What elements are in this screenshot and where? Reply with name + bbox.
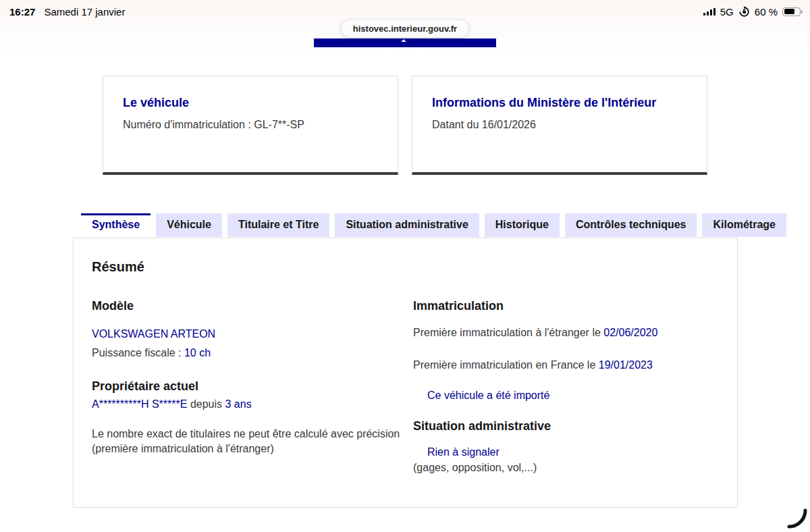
owner-masked-name: A**********H S*****E <box>92 398 187 410</box>
date-label: Samedi 17 janvier <box>44 6 125 18</box>
owner-since-label: depuis <box>190 398 222 410</box>
first-foreign-registration-line: Première immatriculation à l'étranger le… <box>413 327 717 339</box>
admin-status-heading: Situation administrative <box>413 419 717 433</box>
status-bar: 16:27 Samedi 17 janvier 5G 60 % <box>0 0 810 20</box>
ministry-info-card: Informations du Ministère de l'Intérieur… <box>412 76 707 175</box>
ministry-info-card-title: Informations du Ministère de l'Intérieur <box>432 96 688 110</box>
battery-icon <box>782 7 801 16</box>
tab-titulaire-et-titre[interactable]: Titulaire et Titre <box>227 213 329 237</box>
synthese-panel: Résumé Modèle VOLKSWAGEN ARTEON Puissanc… <box>73 238 738 508</box>
resume-title: Résumé <box>92 259 737 275</box>
status-bar-right: 5G 60 % <box>703 6 801 18</box>
first-france-registration-line: Première immatriculation en France le 19… <box>413 359 717 371</box>
model-heading: Modèle <box>92 299 413 313</box>
battery-percentage: 60 % <box>755 6 778 18</box>
tab-controles-techniques[interactable]: Contrôles techniques <box>565 213 697 237</box>
admin-status-detail: (gages, opposition, vol,...) <box>413 462 717 474</box>
panel-columns: Modèle VOLKSWAGEN ARTEON Puissance fisca… <box>92 299 737 474</box>
fiscal-power-value: 10 ch <box>184 347 211 358</box>
action-bar-notch <box>401 39 406 42</box>
tab-kilometrage[interactable]: Kilométrage <box>702 213 786 237</box>
tab-historique[interactable]: Historique <box>485 213 560 237</box>
network-type-label: 5G <box>720 6 734 18</box>
owner-note: Le nombre exact de titulaires ne peut êt… <box>92 427 404 456</box>
tab-situation-administrative[interactable]: Situation administrative <box>335 213 479 237</box>
tab-bar: Synthèse Véhicule Titulaire et Titre Sit… <box>81 213 786 237</box>
loading-spinner-arc <box>786 508 808 529</box>
owner-heading: Propriétaire actuel <box>92 379 413 394</box>
url-pill[interactable]: histovec.interieur.gouv.fr <box>342 20 468 37</box>
tab-synthese[interactable]: Synthèse <box>81 213 151 237</box>
fiscal-power-line: Puissance fiscale : 10 ch <box>92 347 413 359</box>
first-foreign-registration-date: 02/06/2020 <box>603 327 657 338</box>
fiscal-power-label: Puissance fiscale : <box>92 347 182 358</box>
owner-line: A**********H S*****E depuis 3 ans <box>92 398 413 410</box>
first-foreign-registration-label: Première immatriculation à l'étranger le <box>413 327 601 338</box>
orientation-lock-icon <box>738 6 750 18</box>
status-bar-left: 16:27 Samedi 17 janvier <box>9 6 125 18</box>
page-action-bar[interactable] <box>314 38 496 47</box>
vehicle-card-title: Le véhicule <box>123 96 379 110</box>
registration-column: Immatriculation Première immatriculation… <box>413 299 717 474</box>
vehicle-imported-link[interactable]: Ce véhicule a été importé <box>413 390 717 402</box>
first-france-registration-date: 19/01/2023 <box>599 359 653 371</box>
vehicle-card: Le véhicule Numéro d'immatriculation : G… <box>103 76 398 175</box>
model-name: VOLKSWAGEN ARTEON <box>92 328 413 340</box>
tab-vehicule[interactable]: Véhicule <box>156 213 222 237</box>
nothing-to-report-link[interactable]: Rien à signaler <box>413 446 717 458</box>
owner-since-value: 3 ans <box>225 398 251 410</box>
first-france-registration-label: Première immatriculation en France le <box>413 359 595 371</box>
vehicle-card-body: Numéro d'immatriculation : GL-7**-SP <box>123 119 379 131</box>
cellular-signal-icon <box>703 8 716 16</box>
ministry-info-card-body: Datant du 16/01/2026 <box>432 119 688 131</box>
registration-heading: Immatriculation <box>413 299 717 313</box>
model-owner-column: Modèle VOLKSWAGEN ARTEON Puissance fisca… <box>92 299 413 474</box>
clock: 16:27 <box>9 6 35 18</box>
url-text: histovec.interieur.gouv.fr <box>353 24 457 34</box>
